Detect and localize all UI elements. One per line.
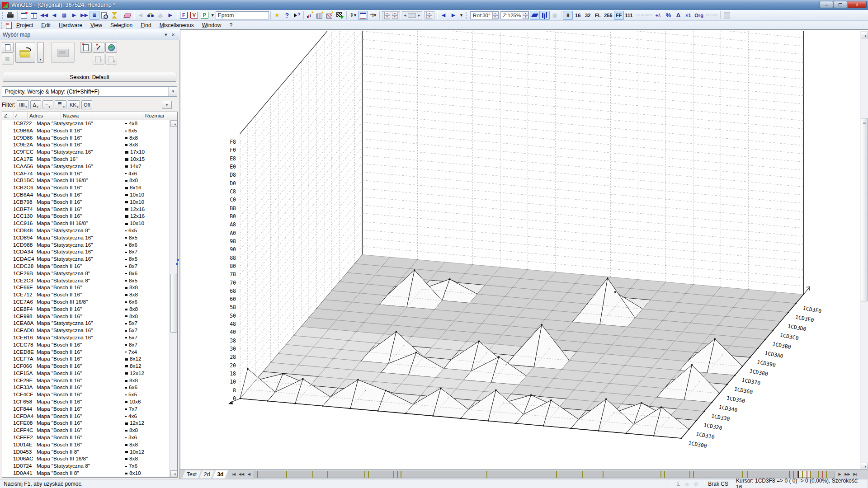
hexdump-scrollbar-track[interactable] (254, 471, 835, 478)
help-button[interactable]: ? (282, 11, 292, 20)
map-properties-button[interactable] (105, 54, 117, 65)
hourglass-button[interactable] (109, 11, 119, 20)
position-spinners-col1[interactable]: ▲▼ (392, 12, 398, 19)
tab-3d[interactable]: 3d (212, 470, 228, 479)
search-binoculars-button[interactable] (146, 11, 156, 20)
map-row[interactable]: 1CE8F4Mapa "Bosch II 16"8x8 (2, 306, 170, 313)
eraser-button[interactable] (123, 11, 132, 20)
map-row[interactable]: 1CD848Mapa "Statystyczna 8"6x5 (2, 227, 170, 235)
restore-button[interactable] (834, 1, 847, 8)
scroll-down-button[interactable]: ▼ (170, 470, 177, 477)
minimize-button[interactable]: – (820, 1, 833, 8)
menu-edit[interactable]: Edit (37, 21, 55, 29)
map-row[interactable]: 1D014EMapa "Bosch II 16"8x8 (2, 441, 170, 449)
map-wizard-off-button[interactable] (325, 11, 335, 20)
menu-hardware[interactable]: Hardware (55, 21, 86, 29)
offset-spinner-col0[interactable]: ▲▼ (426, 12, 432, 19)
factor-f-button[interactable]: F (179, 11, 189, 20)
table-scrollbar[interactable]: ▲ ▼ (170, 120, 177, 477)
map-row[interactable]: 1CF33AMapa "Bosch II 16"6x6 (2, 384, 170, 391)
map-row[interactable]: 1CBF74Mapa "Bosch II 16"12x16 (2, 206, 170, 213)
tree-view-button[interactable]: ≣ (90, 11, 99, 20)
view-scroll-down-button[interactable]: ▼ (861, 463, 868, 469)
map-row[interactable]: 1CAF74Mapa "Bosch II 16"4x6 (2, 170, 170, 178)
menu-project[interactable]: Project (12, 21, 37, 29)
delta-button[interactable]: Δ (673, 11, 683, 20)
zoom-spinner-arrows[interactable]: ▲▼ (523, 12, 528, 19)
map-row[interactable]: 1CF15AMapa "Bosch II 16"12x12 (2, 370, 170, 377)
map-row[interactable]: 1CC916Mapa "Bosch III 16/8"10x10 (2, 220, 170, 227)
map-row[interactable]: 1C9B6AMapa "Bosch II 16"6x5 (2, 127, 170, 135)
hex-display-button[interactable]: FF (614, 11, 624, 20)
position-spinners-col0[interactable]: ▲▼ (384, 12, 390, 19)
hexdump-view-button[interactable]: ▦ (59, 11, 69, 20)
map-row[interactable]: 1CE2C3Mapa "Statystyczna 8"8x5 (2, 277, 170, 285)
map-row[interactable]: 1D0724Mapa "Statystyczna 8"7x6 (2, 463, 170, 470)
view-vertical-scrollbar[interactable]: ▲ ▼ (860, 31, 868, 470)
factor-v-button[interactable]: V (189, 11, 199, 20)
grid-view-button[interactable]: ▦ (550, 11, 560, 20)
stop-button[interactable] (2, 54, 14, 65)
filter-delta-button[interactable]: Δ▾ (30, 100, 41, 109)
table-scroll-thumb[interactable] (170, 274, 177, 333)
map-row[interactable]: 1CD894Mapa "Statystyczna 16"8x5 (2, 235, 170, 242)
menu-find[interactable]: Find (137, 21, 155, 29)
next-version-button[interactable]: ▶ (448, 11, 458, 20)
menu-miscellaneous[interactable]: Miscellaneous (156, 21, 198, 29)
map-row[interactable]: 1CB798Mapa "Bosch II 16"10x10 (2, 199, 170, 206)
lohi-button[interactable]: LO HI HILO (634, 11, 654, 20)
new-project-button[interactable] (2, 42, 14, 53)
factor-p-button[interactable]: P (199, 11, 210, 20)
org-button[interactable]: Org (693, 11, 705, 20)
map-row[interactable]: 1C9E2AMapa "Bosch II 16"8x8 (2, 141, 170, 149)
history-forward-button[interactable]: ▶ (165, 11, 175, 20)
add-map-button[interactable] (80, 42, 92, 53)
print-button[interactable] (6, 11, 16, 20)
filter-size-button[interactable]: ▾ (17, 100, 29, 109)
position-spinners[interactable]: ▲▼▲▼ (382, 11, 400, 19)
width-8-button[interactable]: 8 (563, 11, 573, 20)
map-row[interactable]: 1CF844Mapa "Bosch II 16"7x7 (2, 406, 170, 413)
hexdump-3d-view[interactable]: F8F0E8E0D8D0C8C0B8B0A8A09890888078706860… (181, 31, 860, 469)
map-row[interactable]: 1C9D86Mapa "Bosch II 16"8x8 (2, 135, 170, 142)
map-row[interactable]: 1CE26BMapa "Statystyczna 8"8x6 (2, 270, 170, 277)
map-row[interactable]: 1CB2C6Mapa "Bosch II 16"8x16 (2, 184, 170, 192)
jump-forward-button[interactable]: ▶ (69, 11, 79, 20)
read-hardware-button[interactable] (51, 42, 75, 63)
map-row[interactable]: 1CFDA4Mapa "Bosch II 16"4x6 (2, 413, 170, 420)
auto-detect-maps-button[interactable] (93, 42, 104, 53)
filter-dropdown-button[interactable]: ▾ (162, 101, 172, 109)
map-row[interactable]: 1CEF7AMapa "Bosch II 16"8x12 (2, 356, 170, 363)
map-row[interactable]: 1CF29EMapa "Bosch II 16"8x8 (2, 377, 170, 385)
map-row[interactable]: 1CF066Mapa "Bosch II 16"8x12 (2, 363, 170, 370)
tab-text[interactable]: Text (182, 470, 201, 479)
panel-splitter-handle[interactable]: ◀ ▶ (175, 258, 179, 276)
history-back-button[interactable]: ◀ (136, 11, 146, 20)
jump-last-button[interactable]: ▶▶ (79, 11, 90, 20)
offset-spinner[interactable]: ▲▼ (424, 11, 434, 19)
map-row[interactable]: 1D06ACMapa "Bosch III 16/8"8x8 (2, 455, 170, 463)
menu-selection[interactable]: Selection (106, 21, 137, 29)
window-mode-button[interactable] (358, 11, 368, 20)
decimal-display-button[interactable]: 255 (603, 11, 613, 20)
map-row[interactable]: 1CED8EMapa "Bosch II 16"7x4 (2, 349, 170, 356)
panel-close-button[interactable]: ✕ (170, 31, 177, 38)
map-row[interactable]: 1CA17EMapa "Bosch 16"10x15 (2, 156, 170, 163)
rotation-spinner-arrows[interactable]: ▲▼ (492, 12, 498, 19)
import-button[interactable] (335, 11, 345, 20)
view-3d-bars-button[interactable] (540, 11, 550, 20)
map-row[interactable]: 1CEAD0Mapa "Statystyczna 16"5x7 (2, 327, 170, 334)
sign-button[interactable]: +/- (653, 11, 663, 20)
filter-list-button[interactable]: ≡▾ (42, 100, 53, 109)
map-row[interactable]: 1CEC78Mapa "Bosch II 16"8x7 (2, 342, 170, 349)
menu-window[interactable]: Window (198, 21, 226, 29)
map-row[interactable]: 1C9722Mapa "Statystyczna 16"4x8 (2, 120, 170, 127)
row-height-button[interactable]: ⇕▾ (348, 11, 358, 20)
map-row[interactable]: 1CE998Mapa "Bosch II 16"8x8 (2, 313, 170, 320)
col-z[interactable]: Z. (2, 112, 14, 120)
new-window-button[interactable] (19, 11, 29, 20)
map-row[interactable]: 1CB6A4Mapa "Bosch II 16"10x10 (2, 192, 170, 199)
combobox-dropdown-button[interactable]: ▼ (168, 87, 177, 96)
jump-first-button[interactable]: ◀◀ (39, 11, 49, 20)
col-rozmiar[interactable]: Rozmiar (143, 112, 177, 120)
